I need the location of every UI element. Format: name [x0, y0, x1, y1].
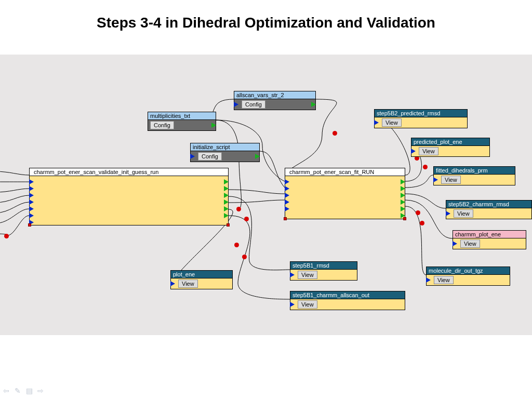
config-button[interactable]: Config — [198, 152, 222, 161]
output-port-icon[interactable] — [401, 200, 405, 205]
node-title: fitted_dihedrals_prm — [434, 167, 515, 175]
output-port-icon[interactable] — [224, 179, 229, 184]
view-button[interactable]: View — [298, 300, 317, 309]
edit-button[interactable]: ✎ — [14, 387, 22, 395]
output-port-icon[interactable] — [224, 200, 229, 205]
output-port-icon[interactable] — [401, 193, 405, 198]
node-title: step5B1_charmm_allscan_out — [290, 291, 405, 299]
wire-joint — [236, 207, 241, 211]
input-port-icon[interactable] — [411, 149, 416, 154]
node-title: charmm_pot_ener_scan_fit_RUN — [285, 168, 405, 176]
view-button[interactable]: View — [298, 271, 317, 279]
nav-toolbar: ⇦ ✎ ▤ ⇨ — [2, 387, 45, 395]
view-button[interactable]: View — [434, 276, 454, 284]
wire-joint — [242, 255, 247, 259]
view-button[interactable]: View — [419, 147, 438, 155]
wire-joint — [4, 234, 9, 238]
output-port-icon[interactable] — [401, 186, 405, 191]
node-title: charmm_plot_ene — [453, 231, 526, 238]
anchor-icon — [28, 223, 31, 227]
input-port-icon[interactable] — [285, 179, 289, 184]
input-port-icon[interactable] — [285, 186, 289, 191]
input-port-icon[interactable] — [446, 211, 450, 216]
back-button[interactable]: ⇦ — [2, 387, 10, 395]
input-port-icon[interactable] — [29, 206, 34, 211]
anchor-icon — [227, 223, 230, 227]
output-port-icon[interactable] — [224, 213, 229, 218]
node-plot-ene[interactable]: plot_ene View — [170, 270, 233, 289]
wire-joint — [423, 165, 428, 169]
node-multiplicities-txt[interactable]: multiplicities_txt Config — [148, 112, 216, 131]
input-port-icon[interactable] — [285, 206, 289, 211]
workflow-canvas[interactable]: multiplicities_txt Config allscan_vars_s… — [0, 55, 532, 335]
output-port-icon[interactable] — [224, 186, 229, 191]
forward-button[interactable]: ⇨ — [36, 387, 45, 395]
node-title: step5B1_rmsd — [290, 262, 357, 270]
node-title: plot_ene — [171, 271, 232, 278]
input-port-icon[interactable] — [290, 302, 295, 307]
view-button[interactable]: View — [382, 118, 402, 127]
node-title: allscan_vars_str_2 — [234, 91, 315, 99]
wire-joint — [332, 131, 337, 136]
node-title: multiplicities_txt — [148, 112, 216, 120]
output-port-icon[interactable] — [224, 193, 229, 198]
node-molecule-dir-out-tgz[interactable]: molecule_dir_out_tgz View — [426, 267, 510, 286]
input-port-icon[interactable] — [29, 193, 34, 198]
page-title: Steps 3-4 in Dihedral Optimization and V… — [0, 0, 532, 41]
input-port-icon[interactable] — [285, 193, 289, 198]
input-port-icon[interactable] — [453, 241, 457, 246]
node-title: step5B2_predicted_rmsd — [375, 110, 467, 117]
node-step5b2-charmm-rmsd[interactable]: step5B2_charmm_rmsd View — [446, 200, 532, 219]
input-port-icon[interactable] — [374, 120, 379, 125]
node-step5b1-allscan[interactable]: step5B1_charmm_allscan_out View — [290, 291, 405, 310]
input-port-icon[interactable] — [426, 277, 431, 283]
output-port-icon[interactable] — [255, 154, 260, 159]
output-port-icon[interactable] — [224, 206, 229, 211]
input-port-icon[interactable] — [190, 154, 195, 159]
output-port-icon[interactable] — [211, 123, 216, 128]
anchor-icon — [284, 217, 287, 220]
input-port-icon[interactable] — [290, 272, 295, 277]
node-fit-run[interactable]: charmm_pot_ener_scan_fit_RUN — [285, 168, 405, 219]
view-button[interactable]: View — [460, 240, 480, 248]
wire-joint — [234, 243, 239, 247]
input-port-icon[interactable] — [29, 200, 34, 205]
input-port-icon[interactable] — [433, 177, 438, 182]
input-port-icon[interactable] — [285, 200, 289, 205]
output-port-icon[interactable] — [401, 206, 405, 211]
input-port-icon[interactable] — [170, 281, 175, 286]
input-port-icon[interactable] — [29, 213, 34, 218]
output-port-icon[interactable] — [311, 102, 316, 107]
wire-joint — [420, 221, 424, 225]
node-step5b2-predicted-rmsd[interactable]: step5B2_predicted_rmsd View — [374, 109, 468, 128]
node-title: charmm_pot_ener_scan_validate_init_guess… — [30, 168, 228, 176]
input-port-icon[interactable] — [29, 186, 34, 191]
node-title: molecule_dir_out_tgz — [427, 267, 510, 275]
config-button[interactable]: Config — [150, 121, 174, 129]
grid-button[interactable]: ▤ — [25, 387, 33, 395]
node-allscan-vars-str-2[interactable]: allscan_vars_str_2 Config — [234, 91, 316, 110]
node-predicted-plot-ene[interactable]: predicted_plot_ene View — [411, 138, 490, 157]
wire-joint — [416, 210, 420, 215]
node-initialize-script[interactable]: initialize_script Config — [190, 143, 260, 162]
node-step5b1-rmsd[interactable]: step5B1_rmsd View — [290, 261, 357, 281]
config-button[interactable]: Config — [242, 100, 265, 109]
input-port-icon[interactable] — [29, 179, 34, 184]
wire-joint — [244, 217, 249, 221]
view-button[interactable]: View — [441, 176, 461, 184]
node-title: initialize_script — [191, 143, 259, 151]
node-title: step5B2_charmm_rmsd — [446, 201, 531, 208]
node-validate-init-guess-run[interactable]: charmm_pot_ener_scan_validate_init_guess… — [29, 168, 229, 225]
anchor-icon — [403, 217, 406, 220]
input-port-icon[interactable] — [234, 102, 238, 107]
node-charmm-plot-ene[interactable]: charmm_plot_ene View — [453, 230, 526, 249]
node-fitted-dihedrals-prm[interactable]: fitted_dihedrals_prm View — [433, 166, 515, 185]
view-button[interactable]: View — [454, 209, 473, 218]
view-button[interactable]: View — [178, 280, 198, 288]
output-port-icon[interactable] — [401, 179, 405, 184]
node-title: predicted_plot_ene — [411, 138, 489, 146]
